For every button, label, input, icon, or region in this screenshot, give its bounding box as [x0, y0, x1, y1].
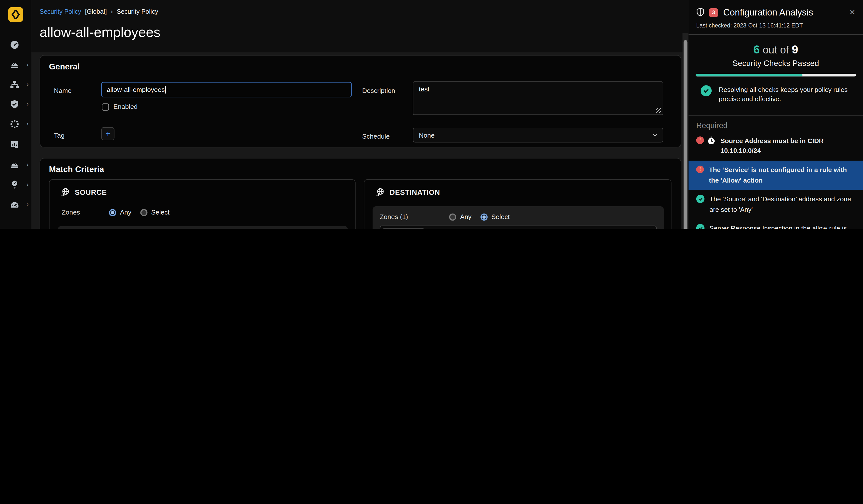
destination-zones-radios: AnySelect: [449, 213, 510, 220]
sidebar-item-insights[interactable]: ›: [0, 176, 32, 192]
sidebar-item-workflows[interactable]: ›: [0, 116, 32, 132]
error-icon: !: [696, 166, 704, 173]
match-criteria-section: Match Criteria SOURCE Zones AnySelect Ad…: [40, 158, 681, 229]
page-header: Security Policy [Global] › Security Poli…: [32, 0, 689, 52]
radio-label: Any: [120, 209, 132, 216]
page-title: allow-all-employees: [40, 24, 161, 40]
description-textarea[interactable]: test: [413, 81, 663, 115]
check-item-text: Source Address must be in CIDR 10.10.10.…: [720, 136, 855, 156]
dotted-circle-icon: [10, 119, 19, 128]
zones-label: Zones: [62, 209, 109, 216]
chevron-right-icon: ›: [26, 101, 29, 107]
destination-zones-combo[interactable]: multicast✕: [380, 226, 656, 229]
chip[interactable]: multicast✕: [383, 228, 424, 229]
chevron-right-icon: ›: [26, 81, 29, 87]
breadcrumb-link[interactable]: Security Policy: [40, 8, 81, 15]
enabled-label: Enabled: [113, 103, 138, 111]
radio-label: Any: [460, 213, 472, 220]
source-addresses-group: Addresses (1) AnySelect 77.77.77.7✕ Nega…: [58, 226, 348, 229]
sidebar-item-dashboard[interactable]: [0, 36, 32, 53]
score-total: 9: [792, 43, 798, 56]
source-panel: SOURCE Zones AnySelect Addresses (1) Any…: [49, 179, 355, 229]
panw-logo[interactable]: [8, 7, 23, 22]
breadcrumb-separator-icon: ›: [111, 8, 113, 15]
general-section: General Name allow-all-employees Enabled…: [40, 55, 681, 147]
schedule-select[interactable]: None: [413, 128, 663, 142]
alert-dome-icon: [10, 160, 19, 169]
analysis-note: Resolving all checks keeps your policy r…: [689, 76, 863, 115]
destination-title: DESTINATION: [390, 188, 440, 196]
chevron-right-icon: ›: [26, 201, 29, 207]
tag-label: Tag: [54, 131, 65, 139]
resize-grip-icon[interactable]: [656, 108, 661, 113]
breadcrumb-scope: [Global]: [85, 8, 107, 15]
chevron-down-icon: [652, 133, 658, 137]
radio-option[interactable]: Select: [480, 213, 510, 220]
shield-icon: [696, 8, 704, 17]
text-caret: [165, 86, 166, 94]
check-item-text: The ‘Service’ is not configured in a rul…: [709, 165, 855, 186]
check-item[interactable]: Server Response Inspection in the allow …: [689, 219, 863, 229]
analysis-header: 3 Configuration Analysis ✕ Last checked:…: [689, 0, 863, 34]
main-scrollbar[interactable]: [683, 33, 688, 229]
scrollbar-thumb[interactable]: [684, 40, 687, 229]
chevron-right-icon: ›: [26, 181, 29, 188]
enabled-checkbox-row[interactable]: Enabled: [102, 103, 138, 111]
score-summary: 6 out of 9 Security Checks Passed: [689, 35, 863, 68]
radio-option[interactable]: Any: [449, 213, 472, 220]
score-passed: 6: [753, 43, 760, 56]
chevron-right-icon: ›: [26, 161, 29, 167]
gauge-icon: [10, 200, 19, 209]
main-content: Security Policy [Global] › Security Poli…: [32, 0, 689, 229]
sidebar-item-monitor[interactable]: ›: [0, 196, 32, 212]
sidebar-item-incidents[interactable]: ›: [0, 56, 32, 73]
close-icon[interactable]: ✕: [849, 8, 855, 16]
check-item[interactable]: !The ‘Service’ is not configured in a ru…: [689, 161, 863, 190]
issue-count-badge: 3: [709, 8, 718, 17]
source-zones-radios: AnySelect: [109, 209, 170, 216]
sidebar-item-network[interactable]: ›: [0, 76, 32, 92]
last-checked-text: Last checked: 2023-Oct-13 16:41:12 EDT: [696, 22, 855, 28]
chevron-right-icon: ›: [26, 121, 29, 127]
match-criteria-heading: Match Criteria: [49, 165, 104, 174]
score-separator: out of: [760, 44, 792, 55]
dashboard-icon: [10, 40, 19, 49]
source-zones-row: Zones AnySelect: [62, 209, 344, 216]
network-icon: [10, 79, 19, 89]
chevron-right-icon: ›: [26, 61, 29, 68]
radio-icon: [480, 213, 487, 220]
general-heading: General: [49, 62, 80, 71]
analysis-note-text: Resolving all checks keeps your policy r…: [719, 85, 852, 104]
check-icon: [696, 195, 704, 203]
incident-dome-icon: [10, 60, 19, 69]
radio-label: Select: [151, 209, 170, 216]
sidebar-item-reports[interactable]: [0, 136, 32, 152]
enabled-checkbox[interactable]: [102, 103, 109, 110]
check-item-text: Server Response Inspection in the allow …: [709, 224, 855, 229]
analysis-title: Configuration Analysis: [723, 7, 813, 18]
check-item[interactable]: !Source Address must be in CIDR 10.10.10…: [689, 131, 863, 161]
check-item-text: The ‘Source’ and ‘Destination’ address a…: [709, 194, 855, 215]
sidebar-item-alerts[interactable]: ›: [0, 156, 32, 173]
source-title: SOURCE: [75, 188, 107, 196]
required-heading: Required: [689, 115, 863, 131]
check-item[interactable]: The ‘Source’ and ‘Destination’ address a…: [689, 190, 863, 219]
name-input[interactable]: allow-all-employees: [101, 82, 352, 97]
breadcrumb-current: Security Policy: [117, 8, 158, 15]
destination-zones-group: Zones (1) AnySelect multicast✕: [373, 206, 664, 229]
add-tag-button[interactable]: +: [101, 127, 114, 140]
sidebar-item-security[interactable]: ›: [0, 96, 32, 112]
check-icon: [696, 224, 704, 229]
radio-icon: [449, 213, 456, 220]
name-label: Name: [54, 87, 72, 94]
description-label: Description: [362, 87, 395, 94]
radio-option[interactable]: Select: [140, 209, 170, 216]
radio-icon: [140, 209, 147, 216]
lightbulb-icon: [10, 179, 19, 189]
error-icon: !: [696, 137, 704, 144]
radio-option[interactable]: Any: [109, 209, 132, 216]
schedule-label: Schedule: [362, 133, 389, 140]
destination-panel: DESTINATION Zones (1) AnySelect multicas…: [364, 179, 671, 229]
security-checks-progressbar: [696, 74, 856, 76]
shield-check-icon: [10, 99, 19, 109]
